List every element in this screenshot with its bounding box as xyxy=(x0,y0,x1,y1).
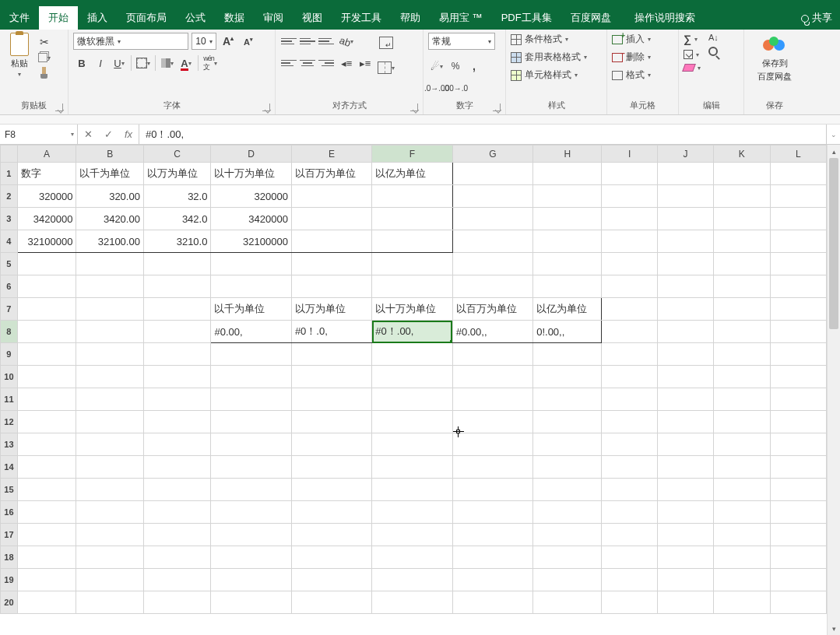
cell-G1[interactable] xyxy=(452,163,532,185)
tab-view[interactable]: 视图 xyxy=(293,6,332,30)
cell-D15[interactable] xyxy=(211,479,291,501)
cell-L16[interactable] xyxy=(770,501,826,524)
cell-I17[interactable] xyxy=(602,524,658,546)
cell-H11[interactable] xyxy=(533,388,602,411)
cell-I6[interactable] xyxy=(602,275,658,298)
cell-D11[interactable] xyxy=(211,388,291,411)
cell-J19[interactable] xyxy=(657,569,713,591)
cell-A18[interactable] xyxy=(17,546,76,569)
cell-A11[interactable] xyxy=(17,388,76,411)
row-header-15[interactable]: 15 xyxy=(1,479,18,501)
accounting-format-button[interactable]: ☄▾ xyxy=(428,58,445,75)
row-header-5[interactable]: 5 xyxy=(1,253,18,275)
cell-K13[interactable] xyxy=(714,433,771,456)
borders-button[interactable]: ▾ xyxy=(135,54,152,72)
cell-H3[interactable] xyxy=(533,208,602,230)
cell-E20[interactable] xyxy=(291,591,371,614)
row-header-18[interactable]: 18 xyxy=(1,546,18,569)
cell-K16[interactable] xyxy=(714,501,771,524)
cell-F10[interactable] xyxy=(372,366,452,388)
cell-L9[interactable] xyxy=(770,343,826,366)
percent-format-button[interactable]: % xyxy=(447,58,464,75)
cell-G10[interactable] xyxy=(452,366,532,388)
cell-B6[interactable] xyxy=(76,275,144,298)
cell-D10[interactable] xyxy=(211,366,291,388)
cell-L19[interactable] xyxy=(770,569,826,591)
dialog-launcher-icon[interactable] xyxy=(262,103,270,111)
cell-K15[interactable] xyxy=(714,479,771,501)
scroll-track[interactable] xyxy=(828,158,840,622)
cell-L7[interactable] xyxy=(770,298,826,321)
cell-D4[interactable]: 32100000 xyxy=(211,230,291,253)
cell-H4[interactable] xyxy=(533,230,602,253)
cell-B16[interactable] xyxy=(76,501,144,524)
col-header-E[interactable]: E xyxy=(291,146,371,163)
cell-J1[interactable] xyxy=(657,163,713,185)
cell-G17[interactable] xyxy=(452,524,532,546)
cell-G16[interactable] xyxy=(452,501,532,524)
cell-C12[interactable] xyxy=(143,411,211,433)
save-to-baidu-button[interactable]: 保存到 百度网盘 xyxy=(751,33,798,82)
cell-J11[interactable] xyxy=(657,388,713,411)
cell-J9[interactable] xyxy=(657,343,713,366)
cell-B12[interactable] xyxy=(76,411,144,433)
tab-home[interactable]: 开始 xyxy=(39,6,78,30)
cell-K6[interactable] xyxy=(714,275,771,298)
cell-L3[interactable] xyxy=(770,208,826,230)
col-header-D[interactable]: D xyxy=(211,146,291,163)
cell-L18[interactable] xyxy=(770,546,826,569)
row-header-16[interactable]: 16 xyxy=(1,501,18,524)
cell-A3[interactable]: 3420000 xyxy=(17,208,76,230)
cell-D12[interactable] xyxy=(211,411,291,433)
cell-J14[interactable] xyxy=(657,456,713,479)
row-header-11[interactable]: 11 xyxy=(1,388,18,411)
cell-G9[interactable] xyxy=(452,343,532,366)
cell-C18[interactable] xyxy=(143,546,211,569)
cell-H16[interactable] xyxy=(533,501,602,524)
cell-I12[interactable] xyxy=(602,411,658,433)
cell-K3[interactable] xyxy=(714,208,771,230)
cell-A1[interactable]: 数字 xyxy=(17,163,76,185)
cell-F9[interactable] xyxy=(372,343,452,366)
paste-button[interactable]: 粘贴 ▾ xyxy=(5,33,34,78)
row-header-13[interactable]: 13 xyxy=(1,433,18,456)
cell-E7[interactable]: 以万为单位 xyxy=(291,298,371,321)
cell-I4[interactable] xyxy=(602,230,658,253)
tab-insert[interactable]: 插入 xyxy=(78,6,117,30)
cell-J4[interactable] xyxy=(657,230,713,253)
cell-G20[interactable] xyxy=(452,591,532,614)
cell-E18[interactable] xyxy=(291,546,371,569)
cell-E8[interactable]: #0！.0, xyxy=(291,321,371,343)
cell-A7[interactable] xyxy=(17,298,76,321)
cell-A5[interactable] xyxy=(17,253,76,275)
cell-E13[interactable] xyxy=(291,433,371,456)
cell-K1[interactable] xyxy=(714,163,771,185)
worksheet-grid[interactable]: A B C D E F G H I J K L 1数字以千为单位以万为单位以十万… xyxy=(0,145,827,614)
expand-formula-bar-button[interactable]: ⌄ xyxy=(826,125,840,144)
cell-J5[interactable] xyxy=(657,253,713,275)
cell-J8[interactable] xyxy=(657,321,713,343)
cell-E4[interactable] xyxy=(291,230,371,253)
cell-K17[interactable] xyxy=(714,524,771,546)
cell-B5[interactable] xyxy=(76,253,144,275)
cell-D3[interactable]: 3420000 xyxy=(211,208,291,230)
cell-J13[interactable] xyxy=(657,433,713,456)
cell-E16[interactable] xyxy=(291,501,371,524)
cell-F7[interactable]: 以十万为单位 xyxy=(372,298,452,321)
col-header-K[interactable]: K xyxy=(714,146,771,163)
cell-F15[interactable] xyxy=(372,479,452,501)
cell-B14[interactable] xyxy=(76,456,144,479)
cell-D8[interactable]: #0.00, xyxy=(211,321,291,343)
font-size-combo[interactable]: 10▾ xyxy=(192,33,216,50)
cell-K20[interactable] xyxy=(714,591,771,614)
col-header-H[interactable]: H xyxy=(533,146,602,163)
col-header-J[interactable]: J xyxy=(657,146,713,163)
row-header-8[interactable]: 8 xyxy=(1,321,18,343)
cell-J6[interactable] xyxy=(657,275,713,298)
cell-K5[interactable] xyxy=(714,253,771,275)
cell-G6[interactable] xyxy=(452,275,532,298)
cell-C7[interactable] xyxy=(143,298,211,321)
cell-I8[interactable] xyxy=(602,321,658,343)
cell-B7[interactable] xyxy=(76,298,144,321)
dialog-launcher-icon[interactable] xyxy=(493,103,501,111)
